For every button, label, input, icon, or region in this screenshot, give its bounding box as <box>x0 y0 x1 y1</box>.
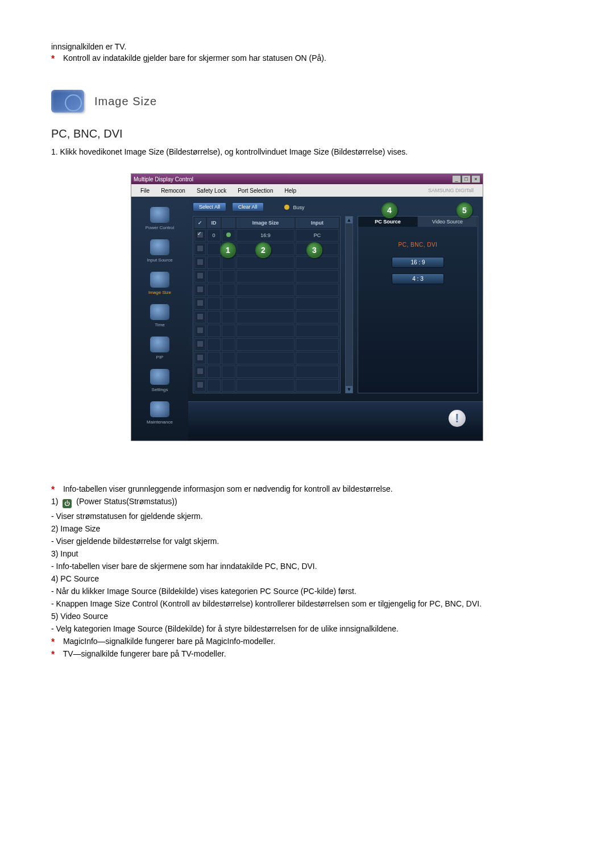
sidebar-item-time[interactable]: Time <box>131 304 188 327</box>
note-title-2: Image Size <box>60 524 100 533</box>
note-desc-3: - Info-tabellen viser bare de skjermene … <box>51 562 563 571</box>
row-checkbox[interactable] <box>197 354 204 361</box>
gear-icon <box>150 369 169 385</box>
row-checkbox[interactable] <box>197 245 204 252</box>
app-footer: ! <box>188 401 483 436</box>
note-title-3: Input <box>60 549 78 558</box>
sidebar-label-power: Power Control <box>131 225 188 230</box>
note-num-4: 4) <box>51 574 58 583</box>
subheading: PC, BNC, DVI <box>51 127 563 140</box>
menu-port[interactable]: Port Selection <box>232 188 279 194</box>
row-input: PC <box>296 229 339 242</box>
pane-heading: PC, BNC, DVI <box>358 242 478 248</box>
sidebar-item-input[interactable]: Input Source <box>131 239 188 263</box>
sidebar-label-settings: Settings <box>131 387 188 392</box>
section-title-text: Image Size <box>94 95 157 108</box>
section-header: Image Size <box>51 90 563 113</box>
input-icon <box>150 239 169 255</box>
row-checkbox[interactable] <box>197 286 204 293</box>
note-desc-4a: - Når du klikker Image Source (Bildekild… <box>51 587 563 596</box>
row-checkbox[interactable] <box>197 340 204 347</box>
annotation-3: 3 <box>306 242 322 258</box>
clear-all-button[interactable]: Clear All <box>232 202 264 211</box>
footer-note-1: MagicInfo—signalkilde fungerer bare på M… <box>51 637 563 646</box>
intro-line-2: Kontroll av indatakilde gjelder bare for… <box>51 53 563 63</box>
sidebar-item-maintenance[interactable]: Maintenance <box>131 401 188 425</box>
step-1: 1. Klikk hovedikonet Image Size (Bildest… <box>51 147 563 156</box>
footer-note-2-text: TV—signalkilde fungerer bare på TV-model… <box>63 649 226 658</box>
menu-safety[interactable]: Safety Lock <box>191 188 232 194</box>
time-icon <box>150 304 169 320</box>
note-num-5: 5) <box>51 612 58 621</box>
annotation-1: 1 <box>220 242 236 258</box>
row-checkbox[interactable] <box>197 381 204 388</box>
app-menubar: File Remocon Safety Lock Port Selection … <box>131 184 483 197</box>
menu-file[interactable]: File <box>135 188 155 194</box>
intro-line-1: innsignalkilden er TV. <box>51 42 563 51</box>
sidebar-label-input: Input Source <box>131 258 188 263</box>
menu-remocon[interactable]: Remocon <box>155 188 191 194</box>
app-window: Multiple Display Control _ □ × File Remo… <box>131 173 483 441</box>
col-input: Input <box>296 218 339 228</box>
sidebar-item-power[interactable]: Power Control <box>131 207 188 230</box>
row-checkbox[interactable] <box>197 368 204 375</box>
col-status <box>222 218 235 228</box>
maximize-icon[interactable]: □ <box>462 175 471 183</box>
note-item-5: 5) Video Source <box>51 612 563 621</box>
app-sidebar: Power Control Input Source Image Size Ti… <box>131 197 188 441</box>
row-checkbox[interactable] <box>197 272 204 279</box>
annotation-5: 5 <box>457 202 472 218</box>
aspect-16-9-button[interactable]: 16 : 9 <box>392 257 444 268</box>
aspect-4-3-button[interactable]: 4 : 3 <box>392 273 444 284</box>
star-icon <box>51 651 59 658</box>
select-all-button[interactable]: Select All <box>193 202 226 211</box>
sidebar-label-time: Time <box>131 322 188 327</box>
size-pane: PC Source Video Source PC, BNC, DVI 16 :… <box>358 216 478 393</box>
row-checkbox[interactable] <box>197 259 204 265</box>
grid-scrollbar[interactable]: ▲ ▼ <box>345 216 353 393</box>
star-icon <box>51 486 59 493</box>
sidebar-label-imagesize: Image Size <box>131 290 188 295</box>
row-checkbox[interactable] <box>197 313 204 320</box>
power-status-badge-icon: ⏻ <box>63 499 72 508</box>
note-title-5: Video Source <box>60 612 108 621</box>
row-checkbox[interactable] <box>197 327 204 334</box>
alert-icon: ! <box>449 410 466 427</box>
row-checkbox[interactable] <box>197 231 204 238</box>
scroll-up-icon[interactable]: ▲ <box>346 217 352 223</box>
footer-note-1-text: MagicInfo—signalkilde fungerer bare på M… <box>63 637 276 646</box>
tab-video-source[interactable]: Video Source <box>418 217 478 227</box>
app-title: Multiple Display Control <box>134 176 193 182</box>
intro-line-2-text: Kontroll av indatakilde gjelder bare for… <box>63 53 326 63</box>
note-num-2: 2) <box>51 524 58 533</box>
sidebar-item-settings[interactable]: Settings <box>131 369 188 392</box>
col-id: ID <box>207 218 221 228</box>
sidebar-item-pip[interactable]: PIP <box>131 337 188 360</box>
note-item-2: 2) Image Size <box>51 524 563 533</box>
row-id: 0 <box>207 229 221 242</box>
power-icon <box>150 207 169 223</box>
brand-label: SAMSUNG DIGITall <box>422 188 479 193</box>
note-item-1: 1) ⏻ (Power Status(Strømstatus)) <box>51 497 563 508</box>
note-title-4: PC Source <box>60 574 99 583</box>
minimize-icon[interactable]: _ <box>452 175 461 183</box>
sidebar-item-imagesize[interactable]: Image Size <box>131 272 188 295</box>
menu-help[interactable]: Help <box>279 188 302 194</box>
note-item-4: 4) PC Source <box>51 574 563 583</box>
note-desc-5: - Velg kategorien Image Source (Bildekil… <box>51 624 563 633</box>
footer-note-2: TV—signalkilde fungerer bare på TV-model… <box>51 649 563 658</box>
scroll-down-icon[interactable]: ▼ <box>346 386 352 393</box>
col-check: ✓ <box>194 218 206 228</box>
note-desc-4b: - Knappen Image Size Control (Kontroll a… <box>51 599 563 608</box>
star-icon <box>51 55 59 63</box>
app-titlebar: Multiple Display Control _ □ × <box>131 174 483 184</box>
row-checkbox[interactable] <box>197 300 204 306</box>
note-title-1: (Power Status(Strømstatus)) <box>76 497 177 506</box>
notes-intro: Info-tabellen viser grunnleggende inform… <box>51 484 563 493</box>
close-icon[interactable]: × <box>471 175 480 183</box>
busy-label: Busy <box>293 205 305 210</box>
row-imgsz: 16:9 <box>237 229 294 242</box>
pip-icon <box>150 337 169 352</box>
annotation-4: 4 <box>381 202 397 218</box>
table-row[interactable]: 0 16:9 PC <box>194 229 339 242</box>
